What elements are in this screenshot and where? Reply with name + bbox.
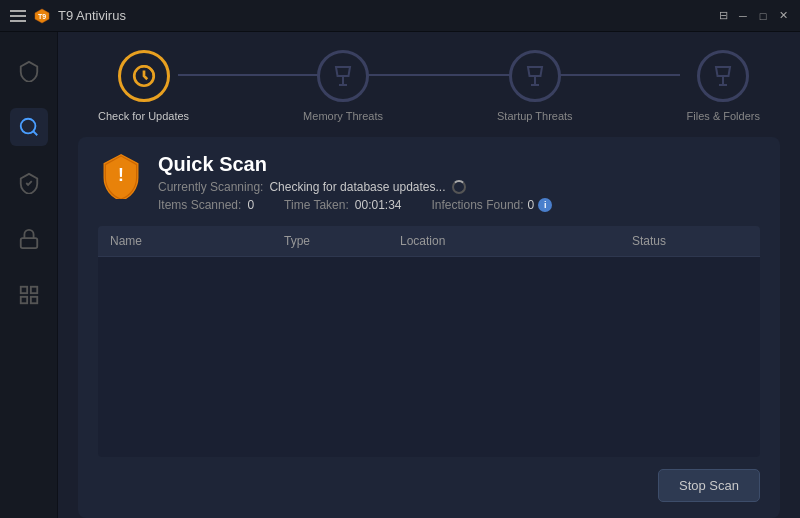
col-location: Location: [400, 234, 632, 248]
sidebar-item-shield[interactable]: [10, 52, 48, 90]
svg-text:T9: T9: [38, 13, 46, 20]
scan-panel: ! Quick Scan Currently Scanning: Checkin…: [78, 137, 780, 518]
steps-bar: Check for Updates Memory Threats: [58, 32, 800, 137]
step-circle-3: [509, 50, 561, 102]
step-label-2: Memory Threats: [303, 110, 383, 122]
scan-footer: Stop Scan: [98, 469, 760, 502]
scan-table: Name Type Location Status: [98, 226, 760, 457]
app-title: T9 Antivirus: [58, 8, 126, 23]
table-header: Name Type Location Status: [98, 226, 760, 257]
table-body: [98, 257, 760, 457]
time-taken-label: Time Taken:: [284, 198, 349, 212]
scan-spinner: [452, 180, 466, 194]
step-files-folders[interactable]: Files & Folders: [687, 50, 760, 122]
step-check-updates[interactable]: Check for Updates: [98, 50, 189, 122]
step-circle-4: [697, 50, 749, 102]
step-label-3: Startup Threats: [497, 110, 573, 122]
svg-rect-4: [20, 238, 37, 248]
maximize-button[interactable]: □: [756, 9, 770, 23]
scan-meta: Currently Scanning: Checking for databas…: [158, 180, 760, 194]
scan-title: Quick Scan: [158, 153, 760, 176]
sidebar-item-protection[interactable]: [10, 220, 48, 258]
step-memory-threats[interactable]: Memory Threats: [303, 50, 383, 122]
svg-rect-6: [30, 287, 36, 293]
sidebar-item-scan[interactable]: [10, 108, 48, 146]
step-label-1: Check for Updates: [98, 110, 189, 122]
sidebar-item-grid[interactable]: [10, 276, 48, 314]
infections-found-label: Infections Found:: [432, 198, 524, 212]
step-label-4: Files & Folders: [687, 110, 760, 122]
menu-icon[interactable]: [10, 10, 26, 22]
svg-rect-7: [20, 297, 26, 303]
app-logo: T9: [34, 8, 50, 24]
svg-rect-8: [30, 297, 36, 303]
svg-text:!: !: [118, 165, 124, 185]
time-taken-item: Time Taken: 00:01:34: [284, 198, 401, 212]
svg-line-3: [33, 131, 37, 135]
scan-shield-icon: !: [98, 153, 144, 199]
stop-scan-button[interactable]: Stop Scan: [658, 469, 760, 502]
currently-scanning-label: Currently Scanning:: [158, 180, 263, 194]
step-circle-2: [317, 50, 369, 102]
infections-found-value: 0: [528, 198, 535, 212]
taskbar-icon: ⊟: [716, 9, 730, 23]
close-button[interactable]: ✕: [776, 9, 790, 23]
sidebar: [0, 32, 58, 518]
info-icon[interactable]: i: [538, 198, 552, 212]
window-controls: ⊟ ─ □ ✕: [716, 9, 790, 23]
items-scanned-label: Items Scanned:: [158, 198, 241, 212]
scan-meta-2: Items Scanned: 0 Time Taken: 00:01:34 In…: [158, 198, 760, 212]
col-name: Name: [110, 234, 284, 248]
svg-point-2: [20, 119, 35, 134]
currently-scanning-value: Checking for database updates...: [269, 180, 445, 194]
col-type: Type: [284, 234, 400, 248]
time-taken-value: 00:01:34: [355, 198, 402, 212]
items-scanned-item: Items Scanned: 0: [158, 198, 254, 212]
titlebar-left: T9 T9 Antivirus: [10, 8, 126, 24]
sidebar-item-check[interactable]: [10, 164, 48, 202]
items-scanned-value: 0: [247, 198, 254, 212]
infections-found-item: Infections Found: 0 i: [432, 198, 553, 212]
titlebar: T9 T9 Antivirus ⊟ ─ □ ✕: [0, 0, 800, 32]
col-status: Status: [632, 234, 748, 248]
currently-scanning-item: Currently Scanning: Checking for databas…: [158, 180, 466, 194]
main-content: Check for Updates Memory Threats: [58, 32, 800, 518]
minimize-button[interactable]: ─: [736, 9, 750, 23]
svg-rect-5: [20, 287, 26, 293]
step-startup-threats[interactable]: Startup Threats: [497, 50, 573, 122]
step-circle-1: [118, 50, 170, 102]
scan-header: ! Quick Scan Currently Scanning: Checkin…: [98, 153, 760, 212]
app-body: Check for Updates Memory Threats: [0, 32, 800, 518]
scan-title-block: Quick Scan Currently Scanning: Checking …: [158, 153, 760, 212]
